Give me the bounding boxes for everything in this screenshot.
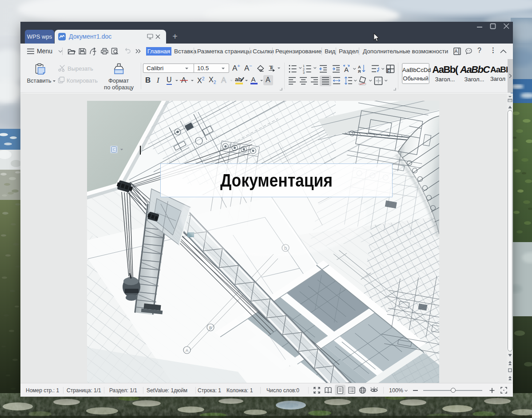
svg-text:1: 1 bbox=[303, 64, 305, 68]
svg-text:2: 2 bbox=[303, 68, 305, 71]
svg-text:A: A bbox=[344, 66, 349, 73]
svg-text:A: A bbox=[186, 348, 188, 353]
svg-text:3: 3 bbox=[303, 71, 305, 74]
svg-text:А: А bbox=[358, 65, 361, 69]
svg-text:A: A bbox=[454, 48, 457, 54]
svg-text:F: F bbox=[387, 69, 390, 74]
svg-text:Я: Я bbox=[358, 69, 361, 74]
svg-text:A: A bbox=[251, 76, 256, 83]
